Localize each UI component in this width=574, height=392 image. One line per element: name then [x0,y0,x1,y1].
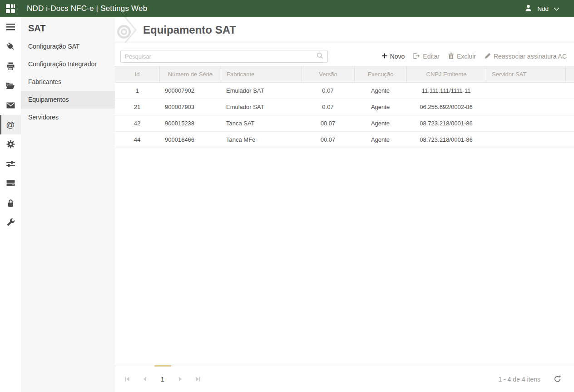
page-header: Equipamento SAT [115,17,574,43]
user-name: Ndd [537,5,549,12]
cell-filler [565,132,574,148]
at-icon[interactable]: @ [0,115,21,134]
cell-version: 0.07 [302,99,354,115]
table-row[interactable]: 42 900015238 Tanca SAT 00.07 Agente 08.7… [115,115,574,132]
table-row[interactable]: 1 900007902 Emulador SAT 0.07 Agente 11.… [115,83,574,99]
pager-current-page-indicator [154,365,171,367]
search-box [120,50,328,63]
refresh-icon[interactable] [554,375,561,383]
cell-filler [565,99,574,115]
cell-cnpj: 08.723.218/0001-86 [406,115,486,131]
sidebar-item-configuracao-integrador[interactable]: Configuração Integrador [21,55,115,73]
grid-header: Id Número de Série Fabricante Versão Exe… [115,66,574,83]
edit-arrow-icon [413,53,420,60]
cell-serial: 900007902 [159,83,221,99]
user-menu[interactable]: Ndd [525,4,559,13]
column-header-serial[interactable]: Número de Série [159,66,221,82]
cell-cnpj: 11.111.111/1111-11 [406,83,486,99]
lock-icon[interactable] [0,193,21,213]
menu-toggle-icon[interactable] [0,17,21,37]
column-header-filler [565,66,574,82]
search-icon[interactable] [317,52,323,61]
column-header-cnpj[interactable]: CNPJ Emitente [406,66,486,82]
search-input[interactable] [125,53,317,60]
trash-icon [448,53,454,60]
column-header-execution[interactable]: Execução [354,66,406,82]
cell-serial: 900007903 [159,99,221,115]
server-icon[interactable] [0,174,21,193]
app-launcher-icon[interactable] [6,4,15,13]
reassign-signature-button[interactable]: Reassociar assinatura AC [485,53,567,60]
cell-serial: 900016466 [159,132,221,148]
sidebar-title: SAT [21,17,115,38]
sidebar-item-configuracao-sat[interactable]: Configuração SAT [21,38,115,55]
cell-server [486,115,565,131]
sidebar-item-servidores[interactable]: Servidores [21,109,115,126]
plus-icon [382,53,387,60]
last-page-button[interactable] [192,373,204,385]
column-header-server[interactable]: Servidor SAT [486,66,565,82]
cell-id: 42 [115,115,159,131]
grid-body: 1 900007902 Emulador SAT 0.07 Agente 11.… [115,83,574,148]
topbar: NDD i-Docs NFC-e | Settings Web Ndd [0,0,574,17]
cell-manufacturer: Tanca MFe [221,132,302,148]
pager: 1 1 - 4 de 4 itens [115,366,574,392]
page-title: Equipamento SAT [143,24,236,36]
new-button[interactable]: Novo [382,53,405,60]
printer-icon[interactable] [0,56,21,76]
grid-empty-space [115,148,574,366]
cell-execution: Agente [354,83,406,99]
cell-manufacturer: Tanca SAT [221,115,302,131]
cell-filler [565,83,574,99]
icon-rail: @ [0,17,21,392]
cell-cnpj: 08.723.218/0001-86 [406,132,486,148]
cell-version: 00.07 [302,132,354,148]
sidebar-item-fabricantes[interactable]: Fabricantes [21,73,115,91]
pencil-icon [485,53,491,60]
column-header-version[interactable]: Versão [302,66,354,82]
cell-server [486,83,565,99]
cell-execution: Agente [354,99,406,115]
cell-server [486,132,565,148]
pager-info: 1 - 4 de 4 itens [498,375,561,383]
cell-id: 1 [115,83,159,99]
edit-button[interactable]: Editar [413,53,440,60]
cell-execution: Agente [354,115,406,131]
cell-manufacturer: Emulador SAT [221,83,302,99]
first-page-button[interactable] [121,373,133,385]
table-row[interactable]: 21 900007903 Emulador SAT 0.07 Agente 06… [115,99,574,115]
folder-open-icon[interactable] [0,76,21,95]
sliders-icon[interactable] [0,154,21,174]
wrench-icon[interactable] [0,213,21,232]
cell-id: 44 [115,132,159,148]
cell-cnpj: 06.255.692/0002-86 [406,99,486,115]
gear-icon[interactable] [0,134,21,154]
sidebar-item-equipamentos[interactable]: Equipamentos [21,91,115,109]
plug-icon[interactable] [0,37,21,56]
cell-manufacturer: Emulador SAT [221,99,302,115]
sidebar: SAT Configuração SAT Configuração Integr… [21,17,115,392]
page-number-button[interactable]: 1 [157,373,168,385]
content-area: Novo Editar Excluir [115,43,574,392]
cell-version: 0.07 [302,83,354,99]
chevron-down-icon [554,5,559,12]
cell-filler [565,115,574,131]
cell-serial: 900015238 [159,115,221,131]
delete-button[interactable]: Excluir [448,53,476,60]
cell-server [486,99,565,115]
column-header-manufacturer[interactable]: Fabricante [221,66,302,82]
grid-toolbar: Novo Editar Excluir [382,53,567,60]
main-panel: Equipamento SAT Novo [115,17,574,392]
table-row[interactable]: 44 900016466 Tanca MFe 00.07 Agente 08.7… [115,132,574,148]
pager-items-count: 1 - 4 de 4 itens [498,376,540,383]
user-icon [525,4,532,13]
app-title: NDD i-Docs NFC-e | Settings Web [27,4,147,13]
previous-page-button[interactable] [139,373,151,385]
actions-row: Novo Editar Excluir [120,50,567,63]
envelope-icon[interactable] [0,95,21,115]
cell-id: 21 [115,99,159,115]
cell-execution: Agente [354,132,406,148]
column-header-id[interactable]: Id [115,66,159,82]
next-page-button[interactable] [174,373,186,385]
page-header-target-icon [115,17,145,43]
